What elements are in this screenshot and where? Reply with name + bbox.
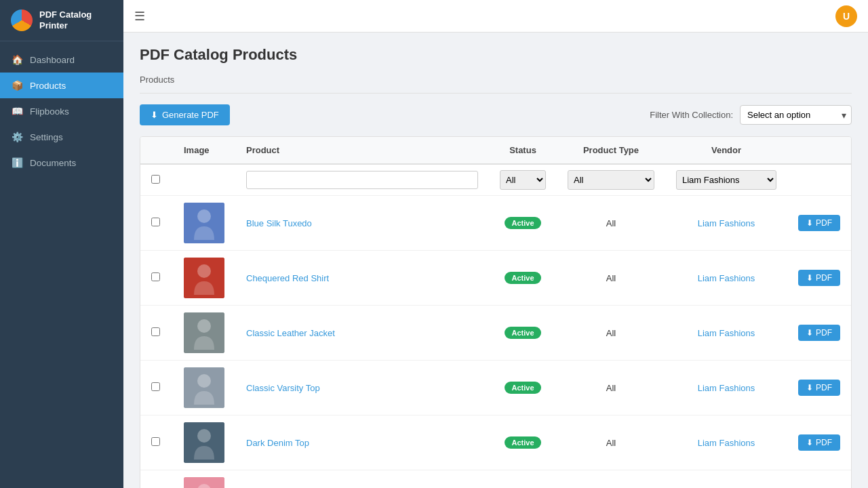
row-image-cell (173, 251, 235, 306)
vendor-name-link[interactable]: Liam Fashions (698, 383, 755, 393)
row-checkbox[interactable] (151, 272, 160, 281)
product-name-link[interactable]: Classic Leather Jacket (246, 328, 335, 338)
row-checkbox-cell (140, 470, 173, 489)
product-image-svg (184, 312, 224, 353)
vendor-name-link[interactable]: Liam Fashions (698, 273, 755, 283)
product-image (184, 312, 224, 353)
product-name-link[interactable]: Chequered Red Shirt (246, 273, 329, 283)
product-image (184, 477, 224, 488)
row-status-cell: Active (489, 470, 557, 489)
filter-image-cell (173, 164, 235, 196)
row-image-cell (173, 361, 235, 415)
sidebar-item-dashboard[interactable]: 🏠 Dashboard (0, 47, 123, 73)
pdf-label: PDF (816, 438, 832, 447)
topbar: ☰ U (123, 0, 868, 33)
page-title: PDF Catalog Products (140, 46, 852, 64)
header-action (787, 137, 851, 164)
row-action-cell: ⬇ PDF (787, 251, 851, 306)
row-checkbox[interactable] (151, 327, 160, 336)
product-image-svg (184, 477, 224, 488)
row-status-cell: Active (489, 415, 557, 470)
status-filter-select[interactable]: All (500, 170, 546, 190)
row-action-cell: ⬇ PDF (787, 306, 851, 361)
page-content: PDF Catalog Products Products ⬇ Generate… (123, 33, 868, 488)
app-name: PDF Catalog Printer (39, 9, 113, 30)
pdf-button[interactable]: ⬇ PDF (798, 380, 840, 396)
collection-filter-select[interactable]: Select an option Liam Fashions (740, 105, 852, 125)
product-name-link[interactable]: Blue Silk Tuxedo (246, 218, 312, 228)
row-product-cell: Classic Leather Jacket (235, 306, 489, 361)
pdf-button[interactable]: ⬇ PDF (798, 325, 840, 341)
sidebar-item-products[interactable]: 📦 Products (0, 73, 123, 98)
pdf-label: PDF (816, 218, 832, 228)
row-checkbox-cell (140, 251, 173, 306)
header-checkbox-col (140, 137, 173, 164)
filter-status-cell: All (489, 164, 557, 196)
row-status-cell: Active (489, 196, 557, 251)
table-row: Chequered Red ShirtActiveAllLiam Fashion… (140, 251, 851, 306)
vendor-name-link[interactable]: Liam Fashions (698, 328, 755, 338)
filter-vendor-cell: Liam Fashions (665, 164, 787, 196)
row-checkbox[interactable] (151, 382, 160, 391)
pdf-button[interactable]: ⬇ PDF (798, 215, 840, 231)
row-type-cell: All (557, 251, 665, 306)
row-action-cell: ⬇ PDF (787, 196, 851, 251)
svg-point-3 (197, 264, 211, 278)
vendor-filter-select[interactable]: Liam Fashions (676, 170, 776, 190)
vendor-name-link[interactable]: Liam Fashions (698, 438, 755, 448)
filter-label: Filter With Collection: (650, 110, 733, 120)
row-vendor-cell: Liam Fashions (665, 361, 787, 415)
sidebar-item-label: Dashboard (30, 55, 75, 65)
row-checkbox[interactable] (151, 218, 160, 226)
app-logo-icon (11, 9, 33, 31)
main-content: ☰ U PDF Catalog Products Products ⬇ Gene… (123, 0, 868, 488)
filter-action-cell (787, 164, 851, 196)
sidebar: PDF Catalog Printer 🏠 Dashboard 📦 Produc… (0, 0, 123, 488)
vendor-name-link[interactable]: Liam Fashions (698, 218, 755, 228)
topbar-right: U (835, 5, 857, 27)
select-all-checkbox[interactable] (151, 175, 160, 184)
sidebar-logo: PDF Catalog Printer (0, 0, 123, 41)
sidebar-item-documents[interactable]: ℹ️ Documents (0, 150, 123, 176)
header-status: Status (489, 137, 557, 164)
table-row: Floral White TopActiveAllLiam Fashions⬇ … (140, 470, 851, 489)
sidebar-item-settings[interactable]: ⚙️ Settings (0, 124, 123, 150)
sidebar-item-label: Flipbooks (30, 106, 69, 117)
download-icon: ⬇ (806, 273, 813, 283)
row-vendor-cell: Liam Fashions (665, 306, 787, 361)
product-name-link[interactable]: Dark Denim Top (246, 438, 309, 448)
row-vendor-cell: Liam Fashions (665, 251, 787, 306)
status-badge: Active (505, 436, 540, 449)
row-image-cell (173, 415, 235, 470)
header-image: Image (173, 137, 235, 164)
download-icon: ⬇ (806, 328, 813, 338)
pdf-button[interactable]: ⬇ PDF (798, 270, 840, 286)
svg-point-1 (197, 209, 211, 223)
type-filter-select[interactable]: All (568, 170, 654, 190)
pdf-label: PDF (816, 383, 832, 392)
row-product-cell: Classic Varsity Top (235, 361, 489, 415)
row-checkbox-cell (140, 196, 173, 251)
row-image-cell (173, 306, 235, 361)
sidebar-item-flipbooks[interactable]: 📖 Flipbooks (0, 98, 123, 124)
generate-pdf-button[interactable]: ⬇ Generate PDF (140, 104, 230, 125)
hamburger-menu[interactable]: ☰ (134, 9, 145, 24)
filter-type-cell: All (557, 164, 665, 196)
row-image-cell (173, 470, 235, 489)
product-search-input[interactable] (246, 171, 478, 189)
download-icon: ⬇ (806, 218, 813, 228)
download-icon: ⬇ (806, 438, 813, 447)
header-product: Product (235, 137, 489, 164)
table-header-row: Image Product Status Product Type Vendor (140, 137, 851, 164)
user-avatar[interactable]: U (835, 5, 857, 27)
product-name-link[interactable]: Classic Varsity Top (246, 383, 320, 393)
products-table-container: Image Product Status Product Type Vendor (140, 136, 852, 488)
filter-product-cell (235, 164, 489, 196)
pdf-button[interactable]: ⬇ PDF (798, 434, 840, 451)
documents-icon: ℹ️ (11, 157, 23, 169)
row-type-cell: All (557, 361, 665, 415)
row-checkbox[interactable] (151, 437, 160, 446)
product-image (184, 258, 224, 298)
product-image-svg (184, 367, 224, 408)
row-action-cell: ⬇ PDF (787, 361, 851, 415)
